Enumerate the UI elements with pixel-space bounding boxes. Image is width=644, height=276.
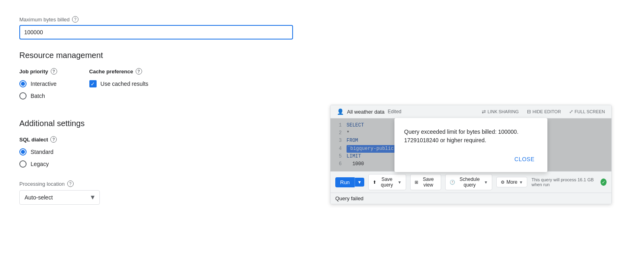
hide-editor-label: HIDE EDITOR [533, 109, 561, 114]
query-valid-icon: ✓ [601, 178, 607, 186]
radio-circle-standard [19, 148, 27, 156]
cache-preference-help-icon[interactable]: ? [136, 68, 142, 75]
save-query-icon: ⬆ [373, 180, 376, 185]
link-sharing-btn[interactable]: ⇄ LINK SHARING [482, 109, 519, 114]
dialog-message-text: Query exceeded limit for bytes billed: 1… [404, 128, 538, 145]
radio-circle-interactive [19, 80, 27, 87]
checkbox-check-icon: ✓ [91, 81, 95, 87]
job-priority-text: Job priority [19, 68, 48, 75]
max-bytes-text: Maximum bytes billed [19, 17, 70, 23]
save-view-label: Save view [420, 176, 437, 188]
person-icon: 👤 [337, 108, 344, 115]
dialog-overlay: Query exceeded limit for bytes billed: 1… [330, 118, 611, 171]
hide-editor-btn[interactable]: ⊟ HIDE EDITOR [527, 109, 561, 114]
sql-dialect-text: SQL dialect [19, 137, 48, 143]
schedule-arrow-icon: ▼ [484, 180, 488, 185]
full-screen-icon: ⤢ [569, 109, 573, 114]
dialog-close-button[interactable]: CLOSE [511, 153, 538, 166]
more-button[interactable]: ⚙ More ▼ [496, 177, 527, 187]
schedule-query-icon: 🕐 [450, 180, 455, 185]
use-cached-label: Use cached results [101, 81, 149, 87]
editor-actions-bar: ⇄ LINK SHARING ⊟ HIDE EDITOR ⤢ FULL SCRE… [482, 109, 605, 114]
editor-title-text: All weather data [347, 109, 384, 115]
checkbox-use-cached-box: ✓ [89, 80, 97, 87]
query-info-text: This query will process 16.1 GB when run [531, 177, 598, 187]
processing-location-help-icon[interactable]: ? [67, 181, 74, 187]
more-icon: ⚙ [501, 180, 505, 185]
query-failed-bar: Query failed [330, 193, 611, 204]
hide-editor-icon: ⊟ [527, 109, 531, 114]
full-screen-btn[interactable]: ⤢ FULL SCREEN [569, 109, 605, 114]
editor-toolbar: Run ▼ ⬆ Save query ▼ ⊞ Save view 🕐 Sched… [330, 171, 611, 193]
save-view-icon: ⊞ [415, 180, 418, 185]
radio-standard-label: Standard [31, 149, 54, 155]
max-bytes-input[interactable] [19, 25, 293, 39]
editor-panel: 👤 All weather data Edited ⇄ LINK SHARING… [330, 105, 612, 204]
radio-interactive-label: Interactive [31, 81, 57, 87]
run-arrow-button[interactable]: ▼ [355, 178, 364, 187]
radio-circle-legacy [19, 160, 27, 168]
query-status-text: Query failed [335, 195, 363, 201]
editor-title-area: 👤 All weather data Edited [337, 108, 401, 115]
radio-batch-label: Batch [31, 93, 45, 99]
job-priority-label: Job priority ? [19, 68, 57, 75]
cache-preference-label: Cache preference ? [89, 68, 149, 75]
more-arrow-icon: ▼ [519, 180, 523, 185]
more-label: More [506, 179, 517, 185]
processing-location-text: Processing location [19, 181, 65, 187]
processing-location-select-wrapper: Auto-select US EU ▼ [19, 190, 100, 205]
link-sharing-icon: ⇄ [482, 109, 486, 114]
max-bytes-help-icon[interactable]: ? [72, 16, 78, 23]
radio-circle-batch [19, 92, 27, 100]
editor-edited-badge: Edited [388, 109, 401, 114]
sql-dialect-help-icon[interactable]: ? [50, 136, 57, 143]
query-info-area: This query will process 16.1 GB when run… [531, 177, 607, 187]
processing-location-select[interactable]: Auto-select US EU [19, 190, 100, 205]
editor-header: 👤 All weather data Edited ⇄ LINK SHARING… [330, 105, 611, 118]
save-query-label: Save query [378, 176, 396, 188]
dialog-actions-area: CLOSE [404, 153, 538, 166]
save-query-button[interactable]: ⬆ Save query ▼ [368, 174, 406, 190]
radio-legacy-label: Legacy [31, 161, 49, 167]
use-cached-checkbox[interactable]: ✓ Use cached results [89, 80, 149, 87]
run-button[interactable]: Run [335, 177, 355, 187]
schedule-query-label: Schedule query [457, 176, 482, 188]
save-query-arrow-icon: ▼ [398, 180, 402, 185]
error-dialog: Query exceeded limit for bytes billed: 1… [394, 118, 547, 172]
save-view-button[interactable]: ⊞ Save view [410, 174, 442, 190]
cache-preference-text: Cache preference [89, 68, 133, 75]
run-btn-group: Run ▼ [335, 177, 364, 187]
editor-body-wrapper: 1 SELECT 2 * 3 FROM 4 `bigquery-public-d… [330, 118, 611, 171]
resource-management-heading: Resource management [19, 51, 625, 60]
radio-interactive[interactable]: Interactive [19, 80, 57, 87]
full-screen-label: FULL SCREEN [575, 109, 605, 114]
link-sharing-label: LINK SHARING [487, 109, 519, 114]
schedule-query-button[interactable]: 🕐 Schedule query ▼ [445, 174, 492, 190]
radio-batch[interactable]: Batch [19, 92, 57, 100]
max-bytes-label: Maximum bytes billed ? [19, 16, 625, 23]
job-priority-help-icon[interactable]: ? [51, 68, 57, 75]
